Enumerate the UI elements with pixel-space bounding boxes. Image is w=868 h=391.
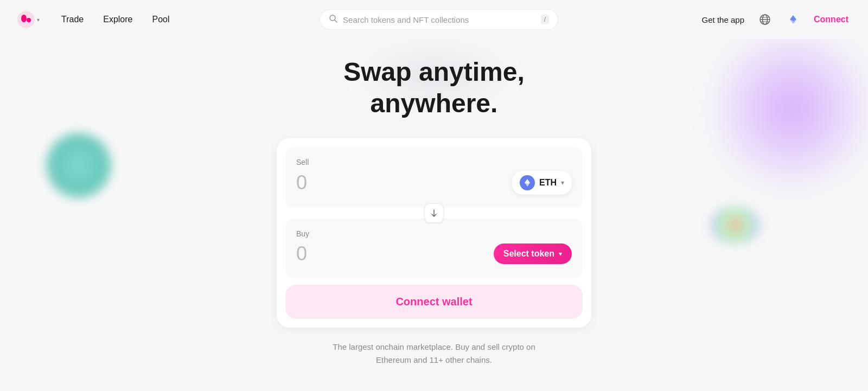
swap-arrow-wrapper — [285, 203, 583, 223]
connect-wallet-button[interactable]: Connect wallet — [285, 285, 583, 319]
sell-label: Sell — [296, 158, 572, 166]
nav-right: Get the app Connect — [700, 10, 851, 29]
tagline-text: The largest onchain marketplace. Buy and… — [333, 341, 535, 367]
sell-amount: 0 — [296, 171, 307, 194]
sell-token-selector[interactable]: ETH ▾ — [512, 171, 572, 195]
globe-icon[interactable] — [755, 10, 775, 29]
buy-row: 0 Select token ▾ — [296, 242, 572, 265]
search-placeholder-text: Search tokens and NFT collections — [343, 15, 535, 24]
navbar: ▾ Trade Explore Pool Search tokens and N… — [0, 0, 868, 39]
sell-row: 0 ETH ▾ — [296, 171, 572, 195]
search-bar[interactable]: Search tokens and NFT collections / — [320, 9, 558, 30]
get-app-button[interactable]: Get the app — [700, 11, 746, 29]
svg-point-1 — [21, 15, 27, 22]
sell-token-name: ETH — [539, 178, 557, 188]
buy-label: Buy — [296, 229, 572, 238]
select-token-label: Select token — [503, 249, 554, 259]
buy-amount: 0 — [296, 242, 307, 265]
search-shortcut-badge: / — [541, 15, 549, 24]
connect-button[interactable]: Connect — [812, 10, 851, 29]
logo-chevron-icon: ▾ — [37, 17, 40, 23]
sell-box: Sell 0 ETH ▾ — [285, 147, 583, 208]
select-token-button[interactable]: Select token ▾ — [494, 243, 572, 264]
nav-trade[interactable]: Trade — [53, 10, 92, 29]
nav-explore[interactable]: Explore — [94, 10, 141, 29]
buy-box: Buy 0 Select token ▾ — [285, 219, 583, 278]
swap-card: Sell 0 ETH ▾ — [277, 138, 591, 328]
swap-direction-button[interactable] — [424, 203, 444, 223]
eth-network-icon[interactable] — [783, 10, 803, 29]
search-icon — [329, 14, 337, 25]
hero-title: Swap anytime, anywhere. — [343, 56, 524, 119]
main-content: Swap anytime, anywhere. Sell 0 ETH — [0, 39, 868, 367]
svg-point-2 — [27, 18, 31, 22]
nav-search-area: Search tokens and NFT collections / — [178, 9, 699, 30]
sell-token-chevron-icon: ▾ — [561, 179, 564, 187]
select-token-chevron-icon: ▾ — [559, 250, 562, 258]
nav-links: Trade Explore Pool — [53, 10, 178, 29]
nav-pool[interactable]: Pool — [143, 10, 178, 29]
nav-logo[interactable]: ▾ — [17, 11, 40, 28]
svg-line-4 — [335, 20, 337, 22]
eth-token-icon — [520, 175, 535, 190]
uniswap-logo-icon — [17, 11, 35, 28]
